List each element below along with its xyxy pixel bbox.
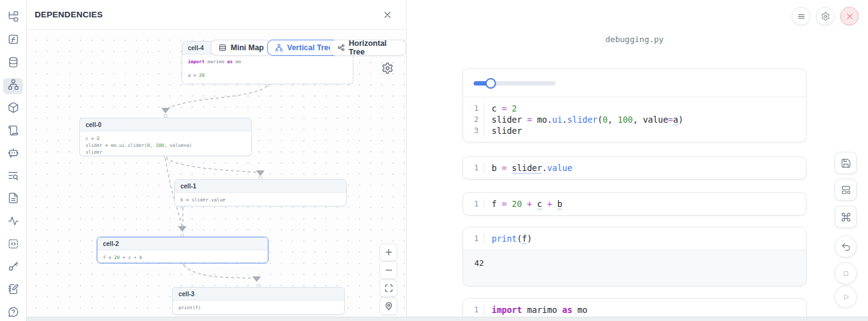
- slider-widget[interactable]: [474, 81, 556, 86]
- minus-icon: [384, 266, 393, 275]
- sidebar-item-datasources[interactable]: [3, 55, 23, 71]
- layout-button[interactable]: [835, 178, 857, 201]
- marimo-app: DEPENDENCIES: [0, 0, 868, 321]
- node-code: c = 2slider = mo.ui.slider(0, 100, value…: [80, 131, 251, 156]
- sidebar-item-dependency-graph[interactable]: [3, 78, 23, 94]
- node-title: cell-1: [175, 180, 346, 193]
- cell-slider[interactable]: 1c = 22slider = mo.ui.slider(0, 100, val…: [463, 68, 807, 143]
- layout-icon: [841, 185, 851, 195]
- menu-icon: [797, 12, 806, 21]
- locate-button[interactable]: [379, 297, 397, 315]
- graph-node-cell-2[interactable]: cell-2 f = 20 + c + b: [97, 237, 268, 263]
- cell-f[interactable]: 1f = 20 + c + b: [463, 192, 807, 216]
- function-square-icon: [7, 33, 19, 48]
- shutdown-button[interactable]: [840, 7, 859, 25]
- node-code: import marimo as mo a = 20: [182, 55, 353, 82]
- dependencies-header: DEPENDENCIES: [27, 0, 406, 30]
- command-icon: [841, 212, 851, 222]
- horizontal-tree-label: Horizontal Tree: [348, 39, 399, 56]
- vertical-tree-label: Vertical Tree: [287, 43, 333, 52]
- close-icon: [845, 12, 854, 21]
- gear-icon: [821, 12, 830, 21]
- minimap-label: Mini Map: [231, 43, 264, 52]
- save-button[interactable]: [835, 152, 857, 174]
- stop-icon: [841, 268, 851, 279]
- dependency-graph-canvas[interactable]: cell-4 import marimo as mo a = 20 cell-0…: [27, 30, 406, 321]
- zoom-out-button[interactable]: [379, 262, 397, 279]
- map-pin-icon: [384, 302, 393, 310]
- sidebar-item-help[interactable]: [3, 305, 23, 321]
- key-icon: [7, 260, 19, 275]
- node-code: b = slider.value: [175, 193, 346, 206]
- vertical-tree-icon: [275, 43, 283, 52]
- horizontal-tree-view-button[interactable]: Horizontal Tree: [330, 40, 406, 56]
- sidebar-item-snippets[interactable]: [3, 237, 23, 253]
- save-icon: [841, 158, 851, 169]
- left-icon-sidebar: [0, 0, 27, 321]
- help-bubble-icon: [7, 306, 19, 320]
- node-title: cell-3: [173, 288, 344, 301]
- sidebar-item-chat[interactable]: [3, 146, 23, 162]
- sidebar-item-packages[interactable]: [3, 101, 23, 117]
- notebook-menu-button[interactable]: [792, 7, 810, 25]
- dependencies-panel: DEPENDENCIES: [27, 0, 407, 321]
- minimap-view-button[interactable]: Mini Map: [211, 40, 271, 56]
- database-icon: [7, 56, 19, 71]
- chat-bot-icon: [7, 147, 19, 161]
- cell-b[interactable]: 1b = slider.value: [463, 156, 807, 180]
- fit-view-button[interactable]: [379, 279, 397, 297]
- cell-print[interactable]: 1print(f) 42: [463, 227, 807, 286]
- notebook-top-buttons: [792, 7, 859, 25]
- horizontal-tree-icon: [337, 43, 345, 52]
- cells-column: 1c = 22slider = mo.ui.slider(0, 100, val…: [463, 68, 807, 321]
- zoom-in-button[interactable]: [379, 244, 397, 261]
- sidebar-item-file-tree[interactable]: [3, 10, 23, 26]
- line-number: 1: [471, 103, 484, 114]
- line-number: 3: [471, 125, 484, 136]
- code-editor[interactable]: 1f = 20 + c + b: [463, 193, 806, 215]
- fit-view-icon: [384, 284, 393, 292]
- document-icon: [7, 192, 19, 206]
- graph-node-cell-1[interactable]: cell-1 b = slider.value: [174, 179, 347, 206]
- panel-title: DEPENDENCIES: [35, 10, 103, 19]
- line-number: 1: [471, 304, 484, 315]
- package-icon: [7, 102, 19, 116]
- notebook-area: debugging.py 1c = 22slider = mo.ui.slide…: [407, 0, 868, 321]
- horizontal-scrollbar-track[interactable]: [27, 317, 868, 321]
- close-panel-icon[interactable]: [381, 9, 394, 21]
- zoom-controls: [379, 244, 397, 315]
- list-search-icon: [7, 170, 19, 184]
- play-icon: [841, 292, 851, 302]
- run-button[interactable]: [835, 286, 857, 308]
- line-number: 1: [471, 162, 484, 174]
- line-number: 1: [471, 198, 484, 209]
- sidebar-item-logs[interactable]: [3, 123, 23, 139]
- code-editor[interactable]: 1b = slider.value: [463, 157, 806, 179]
- sidebar-item-scratchpad[interactable]: [3, 283, 23, 299]
- dependency-graph-icon: [7, 79, 19, 93]
- line-number: 1: [471, 233, 484, 244]
- graph-settings-gear-icon[interactable]: [381, 62, 395, 76]
- stop-button[interactable]: [835, 262, 857, 284]
- code-editor[interactable]: 1print(f): [463, 227, 806, 250]
- console-output: 42: [463, 250, 806, 286]
- sidebar-item-documentation[interactable]: [3, 191, 23, 208]
- activity-pulse-icon: [7, 215, 19, 229]
- sidebar-item-secrets[interactable]: [3, 260, 23, 276]
- sidebar-item-table-of-contents[interactable]: [3, 169, 23, 185]
- sidebar-item-functions[interactable]: [3, 33, 23, 49]
- node-title: cell-2: [97, 237, 268, 250]
- keyboard-shortcuts-button[interactable]: [835, 206, 857, 228]
- node-code: print(f): [173, 301, 344, 315]
- undo-button[interactable]: [835, 235, 857, 258]
- slider-thumb[interactable]: [485, 78, 496, 89]
- plus-icon: [384, 248, 393, 257]
- undo-icon: [841, 242, 851, 252]
- node-code: f = 20 + c + b: [97, 250, 268, 263]
- sidebar-item-tracing[interactable]: [3, 214, 23, 231]
- notebook-settings-button[interactable]: [816, 7, 835, 25]
- graph-node-cell-0[interactable]: cell-0 c = 2slider = mo.ui.slider(0, 100…: [79, 118, 252, 156]
- file-tree-icon: [7, 11, 19, 25]
- graph-node-cell-3[interactable]: cell-3 print(f): [172, 287, 345, 315]
- code-editor[interactable]: 1c = 22slider = mo.ui.slider(0, 100, val…: [463, 97, 806, 142]
